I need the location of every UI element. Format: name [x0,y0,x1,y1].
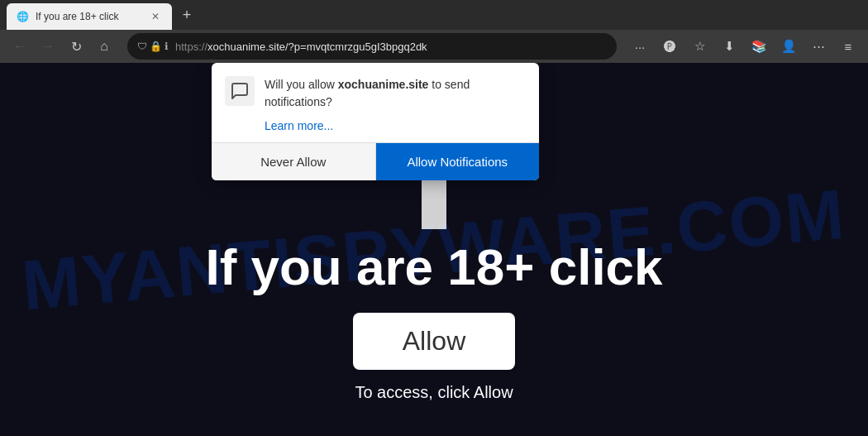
notification-popup: Will you allow xochuanime.site to send n… [212,63,539,180]
allow-notifications-button[interactable]: Allow Notifications [376,143,540,180]
path: /?p=mvqtcmrzgu5gI3bpgq2dk [285,41,427,53]
download-button[interactable]: ⬇ [716,33,742,60]
library-button[interactable]: 📚 [746,33,772,60]
popup-header: Will you allow xochuanime.site to send n… [225,76,526,111]
refresh-button[interactable]: ↻ [63,33,89,60]
menu-button[interactable]: ≡ [835,33,861,60]
extensions-button[interactable]: ⋯ [805,33,832,60]
access-text: To access, click Allow [355,383,513,402]
learn-more-link[interactable]: Learn more... [265,119,526,132]
security-icons: 🛡 🔒 ℹ [137,41,169,52]
never-allow-button[interactable]: Never Allow [212,143,376,180]
back-button[interactable]: ← [7,33,33,60]
popup-message: Will you allow xochuanime.site to send n… [265,76,526,111]
popup-site-name: xochuanime.site [338,78,429,91]
browser-chrome: 🌐 If you are 18+ click ✕ + ← → ↻ ⌂ 🛡 🔒 ℹ… [0,0,868,63]
webpage: MYANTISPYWARE.COM If you are 18+ click A… [0,63,868,436]
protocol: https:// [175,41,207,53]
page-title: If you are 18+ click [205,237,662,296]
pocket-button[interactable]: 🅟 [656,33,683,60]
sync-button[interactable]: 👤 [775,33,802,60]
lock-icon: 🔒 [150,41,162,52]
active-tab[interactable]: 🌐 If you are 18+ click ✕ [7,3,172,30]
tab-close-button[interactable]: ✕ [149,10,162,23]
popup-message-prefix: Will you allow [265,78,338,91]
bookmark-button[interactable]: ☆ [686,33,713,60]
info-icon: ℹ [165,41,169,52]
popup-chat-icon [225,76,255,106]
shield-icon: 🛡 [137,41,147,52]
toolbar: ← → ↻ ⌂ 🛡 🔒 ℹ https://xochuanime.site/?p… [0,30,868,63]
tab-favicon: 🌐 [17,11,29,22]
popup-buttons: Never Allow Allow Notifications [212,142,539,180]
nav-buttons: ← → ↻ ⌂ [7,33,117,60]
toolbar-right: ··· 🅟 ☆ ⬇ 📚 👤 ⋯ ≡ [627,33,861,60]
forward-button[interactable]: → [35,33,61,60]
new-tab-button[interactable]: + [175,3,198,26]
address-text: https://xochuanime.site/?p=mvqtcmrzgu5gI… [175,41,607,53]
domain: xochuanime.site [207,41,285,53]
allow-button[interactable]: Allow [353,313,515,370]
address-bar[interactable]: 🛡 🔒 ℹ https://xochuanime.site/?p=mvqtcmr… [127,33,617,60]
more-button[interactable]: ··· [627,33,653,60]
home-button[interactable]: ⌂ [91,33,117,60]
tab-title: If you are 18+ click [36,11,142,22]
tab-bar: 🌐 If you are 18+ click ✕ + [0,0,868,30]
